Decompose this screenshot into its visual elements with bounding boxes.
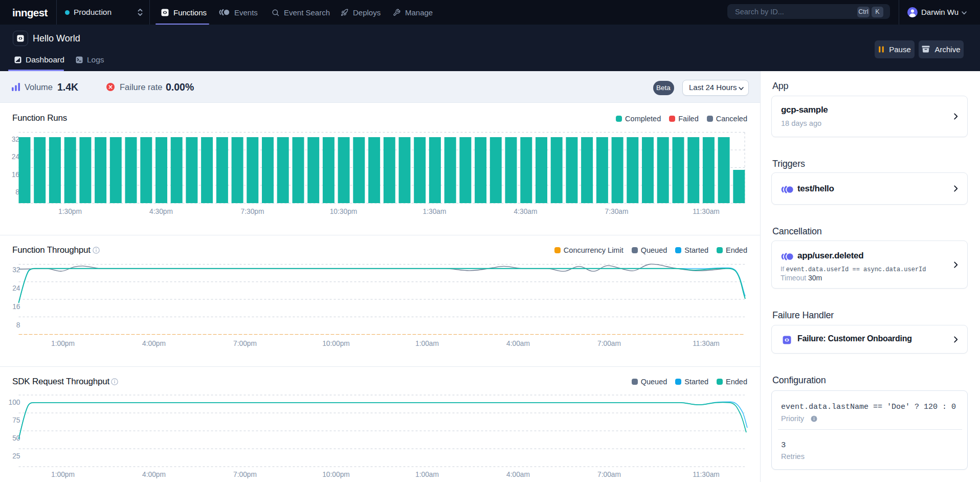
- svg-text:10:00pm: 10:00pm: [322, 471, 350, 478]
- svg-text:24: 24: [12, 284, 20, 292]
- svg-text:4:30pm: 4:30pm: [149, 208, 173, 215]
- svg-text:4:30am: 4:30am: [514, 208, 537, 215]
- svg-text:11:30am: 11:30am: [693, 471, 720, 478]
- svg-text:16: 16: [12, 303, 20, 311]
- svg-text:11:30am: 11:30am: [693, 208, 720, 215]
- svg-text:4:00pm: 4:00pm: [142, 471, 166, 478]
- svg-text:1:00am: 1:00am: [415, 471, 439, 478]
- svg-text:1:00pm: 1:00pm: [51, 340, 75, 347]
- svg-text:4:00am: 4:00am: [506, 471, 530, 478]
- svg-text:1:00pm: 1:00pm: [51, 471, 75, 478]
- svg-text:4:00am: 4:00am: [506, 340, 530, 347]
- svg-text:7:00pm: 7:00pm: [233, 340, 257, 347]
- svg-text:7:30am: 7:30am: [605, 208, 628, 215]
- svg-text:7:00am: 7:00am: [597, 471, 621, 478]
- svg-text:75: 75: [12, 417, 20, 424]
- svg-text:25: 25: [12, 452, 20, 460]
- svg-text:10:00pm: 10:00pm: [322, 340, 350, 347]
- svg-text:16: 16: [12, 171, 20, 179]
- svg-text:7:00pm: 7:00pm: [233, 471, 257, 478]
- svg-text:7:30pm: 7:30pm: [240, 208, 264, 215]
- svg-text:1:30am: 1:30am: [422, 208, 446, 215]
- svg-text:100: 100: [8, 399, 20, 406]
- svg-text:10:30pm: 10:30pm: [330, 208, 358, 215]
- svg-text:32: 32: [12, 136, 19, 143]
- svg-text:1:00am: 1:00am: [415, 340, 439, 347]
- svg-text:11:30am: 11:30am: [693, 340, 720, 347]
- svg-text:7:00am: 7:00am: [597, 340, 621, 347]
- svg-text:50: 50: [12, 434, 20, 442]
- svg-text:8: 8: [16, 321, 20, 329]
- svg-text:1:30pm: 1:30pm: [58, 208, 82, 215]
- svg-text:4:00pm: 4:00pm: [142, 340, 166, 347]
- svg-text:24: 24: [12, 153, 20, 161]
- svg-text:32: 32: [12, 266, 20, 274]
